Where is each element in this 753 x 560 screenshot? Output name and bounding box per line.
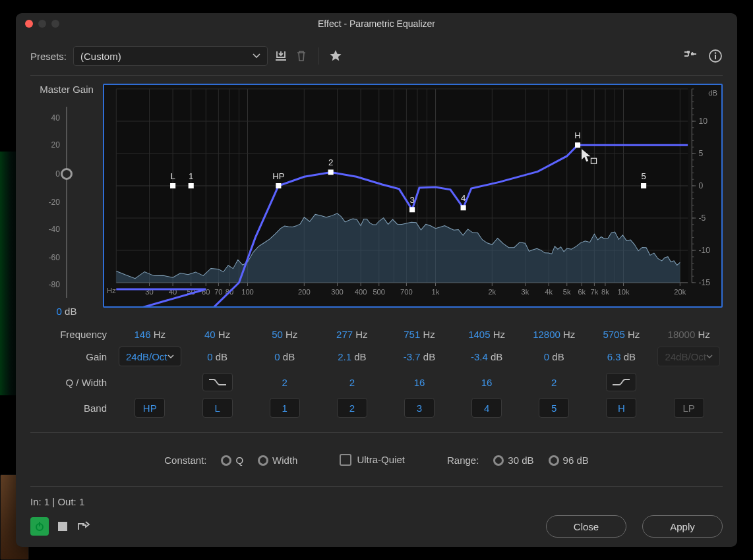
freq-L[interactable]: 40 Hz — [184, 329, 251, 340]
svg-rect-140 — [409, 207, 415, 212]
gain-4[interactable]: -3.4 dB — [453, 351, 520, 362]
range-30-radio[interactable]: 30 dB — [493, 455, 533, 466]
gain-5[interactable]: 0 dB — [520, 351, 587, 362]
gain-row-label: Gain — [30, 351, 116, 362]
export-icon[interactable] — [76, 520, 91, 532]
gain-H[interactable]: 6.3 dB — [587, 351, 655, 362]
window-minimize-button[interactable] — [38, 20, 46, 28]
q-H[interactable] — [587, 373, 655, 391]
q-L[interactable] — [184, 373, 251, 391]
svg-rect-0 — [687, 51, 690, 53]
io-status: In: 1 | Out: 1 — [30, 496, 723, 507]
constant-q-radio[interactable]: Q — [221, 455, 243, 466]
svg-text:20k: 20k — [674, 288, 686, 296]
freq-3[interactable]: 751 Hz — [386, 329, 453, 340]
svg-text:4k: 4k — [545, 288, 553, 296]
trash-icon[interactable] — [295, 49, 307, 63]
svg-text:Hz: Hz — [107, 287, 116, 294]
save-preset-icon[interactable] — [274, 50, 289, 62]
gain-HP[interactable]: 24dB/Oct — [116, 347, 184, 366]
band-toggle-1[interactable]: 1 — [251, 398, 318, 418]
svg-text:7k: 7k — [590, 288, 598, 296]
svg-text:300: 300 — [331, 288, 344, 296]
effect-window: Effect - Parametric Equalizer Presets: (… — [16, 13, 737, 547]
band-toggle-L[interactable]: L — [184, 398, 251, 418]
svg-text:-15: -15 — [698, 278, 710, 287]
svg-rect-134 — [189, 183, 194, 188]
band-toggle-HP[interactable]: HP — [116, 398, 184, 418]
freq-LP[interactable]: 18000 Hz — [655, 329, 723, 340]
routing-icon[interactable] — [683, 50, 698, 62]
q-row-label: Q / Width — [30, 377, 116, 388]
preset-dropdown[interactable]: (Custom) — [73, 46, 268, 66]
q-4[interactable]: 16 — [453, 377, 520, 388]
gain-3[interactable]: -3.7 dB — [386, 351, 453, 362]
band-toggle-5[interactable]: 5 — [520, 398, 587, 418]
svg-rect-132 — [170, 183, 175, 188]
band-toggle-H[interactable]: H — [587, 398, 655, 418]
favorite-star-icon[interactable] — [329, 49, 342, 63]
q-5[interactable]: 2 — [520, 377, 587, 388]
q-3[interactable]: 16 — [386, 377, 453, 388]
gain-1[interactable]: 0 dB — [251, 351, 318, 362]
close-button[interactable]: Close — [546, 515, 626, 538]
options-row: Constant: Q Width Ultra-Quiet Range: 30 … — [30, 454, 723, 466]
band-toggle-2[interactable]: 2 — [318, 398, 386, 418]
eq-graph[interactable]: 1050-5-10-15dBHz304050607080100200300400… — [103, 84, 723, 308]
svg-rect-150 — [39, 522, 40, 526]
stop-button[interactable] — [58, 522, 67, 531]
band-toggle-LP[interactable]: LP — [655, 398, 723, 418]
freq-5[interactable]: 12800 Hz — [520, 329, 587, 340]
svg-text:6k: 6k — [578, 288, 586, 296]
range-96-radio[interactable]: 96 dB — [549, 455, 589, 466]
constant-label: Constant: — [164, 455, 206, 466]
svg-text:1: 1 — [189, 171, 193, 181]
apply-button[interactable]: Apply — [642, 515, 723, 538]
gain-2[interactable]: 2.1 dB — [318, 351, 386, 362]
svg-text:HP: HP — [272, 171, 285, 181]
svg-text:8k: 8k — [601, 288, 609, 296]
ultra-quiet-checkbox[interactable]: Ultra-Quiet — [340, 454, 405, 466]
freq-1[interactable]: 50 Hz — [251, 329, 318, 340]
master-gain-value[interactable]: 0 dB — [30, 306, 103, 317]
titlebar: Effect - Parametric Equalizer — [16, 13, 737, 34]
band-toggle-4[interactable]: 4 — [453, 398, 520, 418]
svg-text:10: 10 — [698, 117, 708, 126]
svg-text:5: 5 — [641, 171, 646, 181]
svg-rect-142 — [461, 205, 466, 210]
master-gain-slider[interactable]: 40 20 0 -20 -40 -60 -80 — [48, 107, 85, 298]
svg-rect-136 — [276, 183, 281, 188]
svg-rect-1 — [691, 53, 694, 55]
svg-text:-10: -10 — [698, 246, 710, 255]
freq-4[interactable]: 1405 Hz — [453, 329, 520, 340]
window-maximize-button[interactable] — [51, 20, 59, 28]
svg-text:70: 70 — [214, 288, 222, 296]
power-toggle[interactable] — [30, 517, 49, 536]
svg-text:1k: 1k — [432, 288, 440, 296]
svg-text:2: 2 — [328, 158, 333, 168]
svg-text:3k: 3k — [522, 288, 529, 296]
band-toggle-3[interactable]: 3 — [386, 398, 453, 418]
svg-text:dB: dB — [708, 89, 717, 97]
svg-text:5: 5 — [698, 149, 703, 158]
svg-point-3 — [715, 52, 717, 54]
window-title: Effect - Parametric Equalizer — [318, 18, 435, 29]
svg-text:L: L — [170, 171, 175, 181]
q-1[interactable]: 2 — [251, 377, 318, 388]
svg-text:5k: 5k — [563, 288, 571, 296]
svg-text:100: 100 — [241, 288, 254, 296]
svg-text:H: H — [574, 130, 581, 140]
svg-text:2k: 2k — [488, 288, 496, 296]
svg-text:500: 500 — [373, 288, 385, 296]
window-close-button[interactable] — [25, 20, 33, 28]
freq-H[interactable]: 5705 Hz — [587, 329, 655, 340]
svg-text:0: 0 — [698, 181, 703, 190]
gain-L[interactable]: 0 dB — [184, 351, 251, 362]
q-2[interactable]: 2 — [318, 377, 386, 388]
info-icon[interactable] — [708, 49, 723, 63]
svg-rect-138 — [328, 169, 334, 175]
freq-2[interactable]: 277 Hz — [318, 329, 386, 340]
constant-width-radio[interactable]: Width — [258, 455, 297, 466]
svg-text:700: 700 — [400, 288, 413, 296]
freq-HP[interactable]: 146 Hz — [116, 329, 184, 340]
